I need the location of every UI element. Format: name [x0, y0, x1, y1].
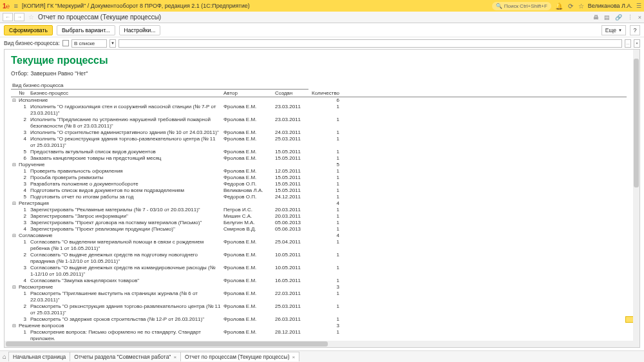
data-row[interactable]: 2Просьба проверить реквизитыФролова Е.М.…	[11, 175, 627, 181]
titlebar: 1℮ ≡ [КОПИЯ] ГК "Меркурий" / Документооб…	[0, 0, 644, 12]
report-icon[interactable]: ▤	[604, 14, 610, 21]
help-button[interactable]: ?	[630, 25, 640, 35]
data-row[interactable]: 5Предоставить актуальный список видов до…	[11, 149, 627, 155]
collapse-icon[interactable]: ⊟	[11, 323, 17, 329]
group-row[interactable]: ⊟Поручение5	[11, 162, 627, 168]
star-icon[interactable]: ☆	[578, 3, 584, 10]
tab-start[interactable]: Начальная страница	[8, 352, 70, 361]
data-row[interactable]: 1Зарегистрировать "Рекламные материалы (…	[11, 207, 627, 213]
data-row[interactable]: 5Подготовить отчет по итогам работы за г…	[11, 194, 627, 200]
collapse-icon[interactable]: ⊟	[11, 97, 17, 104]
data-row[interactable]: 3Согласовать "О выдаче денежных средств …	[11, 265, 627, 278]
col-type: Вид бизнес-процесса	[11, 82, 308, 90]
data-row[interactable]: 4Согласовать "Закупка канцелярских товар…	[11, 278, 627, 284]
search-input[interactable]: 🔍 Поиск Ctrl+Shift+F	[492, 2, 551, 10]
filter-value-combo[interactable]	[118, 39, 622, 48]
group-row[interactable]: ⊟Исполнение6	[11, 97, 627, 104]
data-row[interactable]: 2Зарегистрировать "Запрос информации"Миш…	[11, 213, 627, 220]
horizontal-scrollbar[interactable]	[5, 341, 633, 347]
data-row[interactable]: 4Подготовить список видов документов по …	[11, 187, 627, 194]
settings-button[interactable]: Настройки...	[119, 25, 161, 35]
close-icon[interactable]: ×	[638, 14, 641, 21]
filter-mode-combo[interactable]: В списке	[71, 39, 107, 48]
col-bp: Бизнес-процесс	[29, 90, 222, 97]
group-row[interactable]: ⊟Регистрация4	[11, 200, 627, 207]
filter-value-clear[interactable]: …	[625, 39, 631, 48]
tab-reports[interactable]: Отчеты раздела "Совместная работа"×	[70, 352, 181, 361]
data-row[interactable]: 2Согласовать "О выдаче денежных средств …	[11, 252, 627, 265]
home-icon[interactable]: ⌂	[3, 353, 6, 360]
data-row[interactable]: 4Зарегистрировать "Проект реализации про…	[11, 226, 627, 233]
col-num: №	[17, 90, 29, 97]
col-auth: Автор	[222, 90, 274, 97]
app-logo: 1℮	[3, 3, 10, 10]
col-date: Создан	[274, 90, 308, 97]
report-area: Текущие процессы Отбор: Завершен Равно "…	[4, 49, 640, 348]
data-row[interactable]: 3Исполнить "О строительстве администрати…	[11, 129, 627, 136]
page-title: Отчет по процессам (Текущие процессы)	[38, 14, 161, 21]
data-row[interactable]: 1Рассмотреть "Приглашение выступить на с…	[11, 291, 627, 303]
group-row[interactable]: ⊟Согласование4	[11, 233, 627, 239]
report-filter: Отбор: Завершен Равно "Нет"	[11, 70, 627, 77]
print-icon[interactable]: 🖶	[593, 14, 599, 21]
subbar: ← → ☆ Отчет по процессам (Текущие процес…	[0, 12, 644, 23]
filter-label: Вид бизнес-процесса:	[4, 40, 60, 46]
filter-mode-dropdown[interactable]: ▼	[109, 39, 116, 48]
link-icon[interactable]: 🔗	[615, 14, 622, 21]
data-row[interactable]: 1Согласовать "О выделении материальной п…	[11, 239, 627, 252]
data-row[interactable]: 2Рассмотреть "О реконструкция здания тор…	[11, 303, 627, 316]
back-button[interactable]: ←	[3, 13, 13, 21]
report-title: Текущие процессы	[11, 55, 627, 66]
collapse-icon[interactable]: ⊟	[11, 233, 17, 239]
user-name[interactable]: Великанова Л.А.	[588, 3, 632, 9]
history-icon[interactable]: ⟳	[568, 3, 573, 10]
data-row[interactable]: 3Разработать положение о документооборот…	[11, 181, 627, 187]
tab-current[interactable]: Отчет по процессам (Текущие процессы)×	[180, 352, 299, 361]
data-row[interactable]: 1Исполнить "О гидроизоляция стен и соору…	[11, 104, 627, 117]
data-row[interactable]: 2Исполнить "Предписание по устранению на…	[11, 117, 627, 129]
user-menu-icon[interactable]: ☰	[636, 3, 641, 9]
forward-button[interactable]: →	[14, 13, 24, 21]
filterbar: Вид бизнес-процесса: В списке ▼ … ×	[0, 37, 644, 49]
more-button[interactable]: Еще▼	[601, 25, 626, 35]
menu-icon[interactable]: ≡	[14, 2, 18, 10]
report-table: Вид бизнес-процесса Количество № Бизнес-…	[11, 82, 627, 341]
search-icon: 🔍	[496, 3, 502, 9]
bell-icon[interactable]: 🔔	[555, 3, 563, 10]
data-row[interactable]: 6Заказать канцелярские товары на предсто…	[11, 155, 627, 162]
data-row[interactable]: 1Рассмотрение вопроса: Письмо оформлено …	[11, 329, 627, 341]
variant-button[interactable]: Выбрать вариант...	[57, 25, 115, 35]
close-icon[interactable]: ×	[173, 354, 176, 360]
close-icon[interactable]: ×	[292, 354, 296, 360]
collapse-icon[interactable]: ⊟	[11, 200, 17, 207]
chevron-down-icon: ▼	[618, 28, 622, 32]
form-button[interactable]: Сформировать	[4, 25, 53, 35]
collapse-icon[interactable]: ⊟	[11, 284, 17, 291]
bottom-tabs: ⌂ Начальная страница Отчеты раздела "Сов…	[0, 350, 644, 362]
vertical-scrollbar[interactable]	[633, 50, 639, 347]
group-row[interactable]: ⊟Решение вопросов3	[11, 323, 627, 329]
data-row[interactable]: 4Исполнить "О реконструкция здания торго…	[11, 136, 627, 149]
group-row[interactable]: ⊟Рассмотрение3	[11, 284, 627, 291]
favorite-icon[interactable]: ☆	[28, 14, 34, 21]
menu-dots-icon[interactable]: ⋮	[627, 14, 633, 21]
col-qty: Количество	[308, 82, 341, 97]
toolbar: Сформировать Выбрать вариант... Настройк…	[0, 23, 644, 37]
filter-checkbox[interactable]	[62, 40, 69, 46]
data-row[interactable]: 1Проверить правильность оформленияФролов…	[11, 168, 627, 175]
filter-value-x[interactable]: ×	[634, 39, 640, 48]
data-row[interactable]: 3Рассмотреть "О задержке сроков строител…	[11, 316, 627, 323]
window-title: [КОПИЯ] ГК "Меркурий" / Документооборот …	[22, 3, 250, 9]
data-row[interactable]: 3Зарегистрировать "Проект договора на по…	[11, 220, 627, 226]
collapse-icon[interactable]: ⊟	[11, 162, 17, 168]
